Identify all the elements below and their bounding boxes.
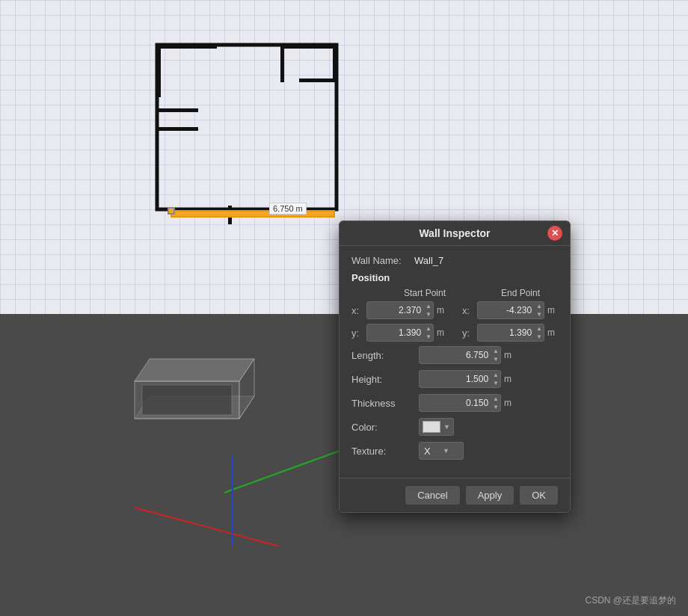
start-y-label: y: [351, 327, 366, 339]
texture-label: Texture: [351, 446, 419, 457]
svg-rect-1 [157, 45, 217, 49]
floorplan-svg [150, 37, 344, 224]
height-arrows: ▲ ▼ [491, 371, 500, 387]
dialog-title: Wall Inspector [419, 227, 490, 239]
height-label: Height: [351, 374, 419, 385]
end-x-arrows: ▲ ▼ [535, 302, 544, 318]
svg-rect-6 [333, 45, 337, 82]
thickness-label: Thickness [351, 398, 419, 409]
thickness-up[interactable]: ▲ [493, 395, 499, 403]
length-arrows: ▲ ▼ [491, 347, 500, 363]
end-y-up[interactable]: ▲ [536, 324, 542, 333]
thickness-row: Thickness ▲ ▼ m [351, 394, 558, 412]
start-x-arrows: ▲ ▼ [424, 302, 433, 318]
3d-viewport[interactable] [0, 314, 344, 553]
end-y-input[interactable] [478, 327, 535, 338]
end-x-down[interactable]: ▼ [536, 310, 542, 318]
wall-name-label: Wall Name: [351, 255, 411, 266]
length-down[interactable]: ▼ [493, 355, 499, 363]
end-x-unit: m [547, 305, 558, 315]
color-dropdown-arrow-icon: ▼ [443, 423, 450, 431]
position-section-header: Position [351, 272, 558, 283]
axis-blue-line [232, 456, 233, 546]
length-unit: m [504, 350, 515, 360]
end-point-header: End Point [483, 288, 558, 298]
selected-wall-highlight [171, 210, 335, 218]
start-x-label: x: [351, 305, 366, 316]
start-y-spinbox[interactable]: ▲ ▼ [366, 324, 434, 342]
thickness-unit: m [504, 398, 515, 408]
end-x-label: x: [462, 305, 477, 316]
dialog-titlebar: Wall Inspector ✕ [340, 221, 570, 246]
end-y-arrows: ▲ ▼ [535, 324, 544, 341]
end-y-spinbox[interactable]: ▲ ▼ [477, 324, 544, 342]
end-y-unit: m [547, 327, 558, 338]
apply-button[interactable]: Apply [466, 486, 515, 505]
texture-dropdown[interactable]: X ▼ [419, 442, 464, 460]
start-x-input[interactable] [367, 305, 424, 315]
dialog-footer: Cancel Apply OK [340, 478, 570, 512]
watermark: CSDN @还是要追梦的 [585, 594, 676, 607]
points-header: Start Point End Point [351, 288, 558, 298]
length-label: Length: [351, 350, 419, 361]
3d-box [120, 336, 269, 456]
start-y-down[interactable]: ▼ [426, 333, 431, 341]
color-picker[interactable]: ▼ [419, 418, 454, 436]
start-x-spinbox[interactable]: ▲ ▼ [366, 301, 434, 319]
texture-dropdown-arrow-icon: ▼ [443, 447, 458, 455]
end-y-label: y: [462, 327, 477, 339]
height-down[interactable]: ▼ [493, 379, 499, 387]
start-x-unit: m [437, 305, 447, 315]
color-swatch [423, 421, 440, 433]
thickness-input[interactable] [420, 398, 491, 408]
wall-start-marker [168, 207, 175, 215]
wall-name-value: Wall_7 [414, 255, 443, 266]
svg-rect-4 [280, 45, 337, 49]
height-row: Height: ▲ ▼ m [351, 370, 558, 388]
wall-length-label: 6.750 m [269, 203, 307, 215]
texture-row: Texture: X ▼ [351, 442, 558, 460]
start-x-down[interactable]: ▼ [426, 310, 431, 318]
svg-rect-7 [157, 108, 198, 112]
dialog-close-button[interactable]: ✕ [547, 226, 562, 241]
wall-name-row: Wall Name: Wall_7 [351, 255, 558, 266]
length-up[interactable]: ▲ [493, 347, 499, 355]
axis-red-line [135, 507, 280, 547]
length-spinbox[interactable]: ▲ ▼ [419, 346, 501, 364]
start-y-unit: m [437, 327, 447, 338]
dialog-body: Wall Name: Wall_7 Position Start Point E… [340, 246, 570, 478]
start-point-header: Start Point [387, 288, 462, 298]
svg-rect-5 [299, 78, 337, 82]
color-label: Color: [351, 422, 419, 433]
height-up[interactable]: ▲ [493, 371, 499, 379]
color-row: Color: ▼ [351, 418, 558, 436]
y-coord-row: y: ▲ ▼ m y: ▲ ▼ m [351, 324, 558, 342]
end-x-spinbox[interactable]: ▲ ▼ [477, 301, 544, 319]
svg-rect-3 [280, 45, 284, 82]
svg-rect-8 [157, 127, 198, 131]
length-input[interactable] [420, 350, 491, 360]
end-y-down[interactable]: ▼ [536, 333, 542, 341]
height-unit: m [504, 374, 515, 384]
start-x-up[interactable]: ▲ [426, 302, 431, 310]
ok-button[interactable]: OK [520, 486, 558, 505]
svg-rect-2 [157, 45, 161, 97]
thickness-spinbox[interactable]: ▲ ▼ [419, 394, 501, 412]
height-spinbox[interactable]: ▲ ▼ [419, 370, 501, 388]
cancel-button[interactable]: Cancel [405, 486, 459, 505]
start-y-arrows: ▲ ▼ [424, 324, 433, 341]
height-input[interactable] [420, 374, 491, 384]
svg-marker-13 [135, 359, 254, 381]
thickness-down[interactable]: ▼ [493, 403, 499, 411]
start-y-up[interactable]: ▲ [426, 324, 431, 333]
x-coord-row: x: ▲ ▼ m x: ▲ ▼ m [351, 301, 558, 319]
end-x-up[interactable]: ▲ [536, 302, 542, 310]
thickness-arrows: ▲ ▼ [491, 395, 500, 411]
start-y-input[interactable] [367, 327, 424, 338]
texture-value: X [424, 446, 440, 457]
wall-inspector-dialog: Wall Inspector ✕ Wall Name: Wall_7 Posit… [339, 221, 571, 513]
length-row: Length: ▲ ▼ m [351, 346, 558, 364]
svg-rect-15 [142, 385, 232, 415]
end-x-input[interactable] [478, 305, 535, 315]
